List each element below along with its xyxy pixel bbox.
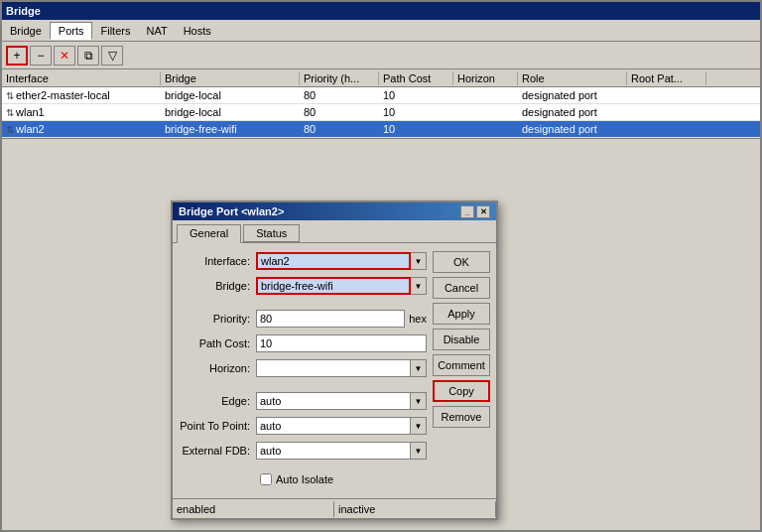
cancel-button[interactable]: Cancel	[433, 277, 490, 299]
interface-select[interactable]: wlan2	[256, 252, 411, 270]
edge-select[interactable]: auto	[256, 392, 411, 410]
externalfdb-select[interactable]: auto	[256, 442, 411, 460]
externalfdb-label: External FDB:	[177, 445, 256, 457]
tab-general[interactable]: General	[177, 224, 241, 243]
edge-dropdown-arrow[interactable]: ▼	[411, 392, 427, 410]
dialog-form: Interface: wlan2 ▼ Bridge:	[177, 251, 427, 490]
bridge-label: Bridge:	[177, 280, 256, 292]
disable-button[interactable]: Disable	[433, 329, 490, 350]
bridge-port-dialog: Bridge Port <wlan2> _ ✕ General Status I…	[171, 200, 498, 520]
apply-button[interactable]: Apply	[433, 303, 490, 325]
autoisolate-label: Auto Isolate	[276, 473, 333, 485]
priority-label: Priority:	[177, 313, 256, 325]
pathcost-label: Path Cost:	[177, 337, 256, 349]
tab-status[interactable]: Status	[243, 224, 300, 242]
externalfdb-select-wrapper: auto ▼	[256, 442, 427, 460]
dialog-title-text: Bridge Port <wlan2>	[179, 205, 284, 217]
remove-button[interactable]: Remove	[433, 406, 490, 428]
dialog-status-bar: enabled inactive	[173, 498, 496, 518]
dialog-buttons: OK Cancel Apply Disable Comment Copy Rem…	[433, 251, 492, 490]
pointtopoint-row: Point To Point: auto ▼	[177, 416, 427, 436]
dialog-title-bar: Bridge Port <wlan2> _ ✕	[173, 202, 496, 220]
bridge-row: Bridge: bridge-free-wifi ▼	[177, 276, 427, 296]
pointtopoint-dropdown-arrow[interactable]: ▼	[411, 417, 427, 435]
status-enabled: enabled	[173, 501, 334, 517]
autoisolate-checkbox[interactable]	[260, 473, 272, 485]
priority-row: Priority: hex	[177, 309, 427, 329]
dialog-content: Interface: wlan2 ▼ Bridge:	[173, 243, 496, 498]
edge-row: Edge: auto ▼	[177, 391, 427, 411]
ok-button[interactable]: OK	[433, 251, 490, 273]
interface-dropdown-arrow[interactable]: ▼	[411, 252, 427, 270]
pathcost-row: Path Cost:	[177, 333, 427, 353]
horizon-dropdown-arrow[interactable]: ▼	[411, 359, 427, 377]
pointtopoint-select[interactable]: auto	[256, 417, 411, 435]
pathcost-input[interactable]	[256, 334, 427, 352]
bridge-dropdown-arrow[interactable]: ▼	[411, 277, 427, 295]
edge-select-wrapper: auto ▼	[256, 392, 427, 410]
horizon-row: Horizon: ▼	[177, 358, 427, 378]
priority-input[interactable]	[256, 310, 405, 328]
edge-label: Edge:	[177, 395, 256, 407]
modal-overlay: Bridge Port <wlan2> _ ✕ General Status I…	[2, 2, 760, 530]
bridge-select-wrapper: bridge-free-wifi ▼	[256, 277, 427, 295]
minimize-button[interactable]: _	[460, 205, 474, 218]
autoisolate-row: Auto Isolate	[177, 473, 427, 485]
interface-row: Interface: wlan2 ▼	[177, 251, 427, 271]
dialog-tabs: General Status	[173, 220, 496, 243]
interface-label: Interface:	[177, 255, 256, 267]
comment-button[interactable]: Comment	[433, 354, 490, 376]
horizon-select-wrapper: ▼	[256, 359, 427, 377]
status-inactive: inactive	[334, 501, 496, 517]
bridge-select[interactable]: bridge-free-wifi	[256, 277, 411, 295]
horizon-select[interactable]	[256, 359, 411, 377]
interface-select-wrapper: wlan2 ▼	[256, 252, 427, 270]
horizon-label: Horizon:	[177, 362, 256, 374]
main-window: Bridge Bridge Ports Filters NAT Hosts + …	[0, 0, 762, 532]
priority-suffix: hex	[409, 313, 427, 325]
externalfdb-dropdown-arrow[interactable]: ▼	[411, 442, 427, 460]
close-button[interactable]: ✕	[476, 205, 490, 218]
pointtopoint-label: Point To Point:	[177, 420, 256, 432]
externalfdb-row: External FDB: auto ▼	[177, 441, 427, 461]
priority-input-wrapper: hex	[256, 310, 427, 328]
copy-button[interactable]: Copy	[433, 380, 490, 402]
dialog-title-buttons: _ ✕	[460, 205, 490, 218]
pointtopoint-select-wrapper: auto ▼	[256, 417, 427, 435]
